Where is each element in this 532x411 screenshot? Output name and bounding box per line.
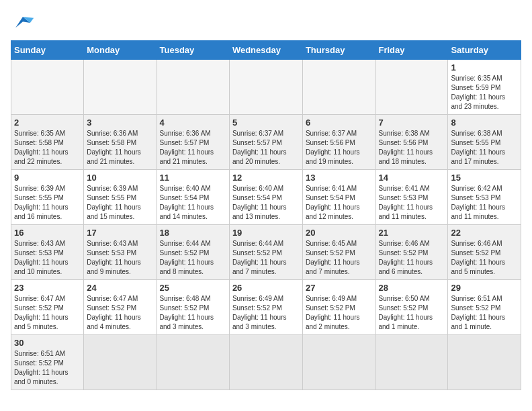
day-number: 3 xyxy=(87,118,153,128)
calendar-day-cell: 8Sunrise: 6:38 AM Sunset: 5:55 PM Daylig… xyxy=(448,115,521,170)
day-number: 29 xyxy=(451,283,518,293)
calendar-day-cell: 29Sunrise: 6:51 AM Sunset: 5:52 PM Dayli… xyxy=(448,280,521,335)
day-info: Sunrise: 6:46 AM Sunset: 5:52 PM Dayligh… xyxy=(379,239,445,277)
calendar-header-row: SundayMondayTuesdayWednesdayThursdayFrid… xyxy=(11,41,521,60)
weekday-header-thursday: Thursday xyxy=(302,41,375,60)
calendar-day-cell xyxy=(229,335,302,390)
calendar-day-cell: 16Sunrise: 6:43 AM Sunset: 5:53 PM Dayli… xyxy=(11,225,84,280)
day-number: 18 xyxy=(160,228,226,238)
day-number: 4 xyxy=(160,118,226,128)
day-info: Sunrise: 6:47 AM Sunset: 5:52 PM Dayligh… xyxy=(87,294,153,332)
calendar-week-row: 23Sunrise: 6:47 AM Sunset: 5:52 PM Dayli… xyxy=(11,280,521,335)
day-number: 7 xyxy=(379,118,445,128)
calendar-day-cell xyxy=(157,335,229,390)
calendar-day-cell: 2Sunrise: 6:35 AM Sunset: 5:58 PM Daylig… xyxy=(11,115,84,170)
calendar-day-cell: 5Sunrise: 6:37 AM Sunset: 5:57 PM Daylig… xyxy=(229,115,302,170)
day-number: 9 xyxy=(14,173,81,183)
day-number: 1 xyxy=(451,62,518,73)
calendar-day-cell: 30Sunrise: 6:51 AM Sunset: 5:52 PM Dayli… xyxy=(11,335,84,390)
calendar-day-cell xyxy=(302,335,375,390)
day-number: 30 xyxy=(14,338,81,348)
logo xyxy=(11,11,38,35)
calendar-day-cell: 4Sunrise: 6:36 AM Sunset: 5:57 PM Daylig… xyxy=(157,115,229,170)
day-info: Sunrise: 6:47 AM Sunset: 5:52 PM Dayligh… xyxy=(14,294,81,332)
weekday-header-friday: Friday xyxy=(375,41,448,60)
calendar-week-row: 16Sunrise: 6:43 AM Sunset: 5:53 PM Dayli… xyxy=(11,225,521,280)
calendar-day-cell xyxy=(375,60,448,115)
day-number: 13 xyxy=(306,173,373,183)
calendar-day-cell: 7Sunrise: 6:38 AM Sunset: 5:56 PM Daylig… xyxy=(375,115,448,170)
day-info: Sunrise: 6:41 AM Sunset: 5:54 PM Dayligh… xyxy=(306,184,373,222)
weekday-header-sunday: Sunday xyxy=(11,41,84,60)
calendar-day-cell: 18Sunrise: 6:44 AM Sunset: 5:52 PM Dayli… xyxy=(157,225,229,280)
day-info: Sunrise: 6:51 AM Sunset: 5:52 PM Dayligh… xyxy=(14,349,81,387)
calendar-day-cell: 28Sunrise: 6:50 AM Sunset: 5:52 PM Dayli… xyxy=(375,280,448,335)
calendar-day-cell: 13Sunrise: 6:41 AM Sunset: 5:54 PM Dayli… xyxy=(302,170,375,225)
calendar-day-cell: 14Sunrise: 6:41 AM Sunset: 5:53 PM Dayli… xyxy=(375,170,448,225)
day-info: Sunrise: 6:42 AM Sunset: 5:53 PM Dayligh… xyxy=(451,184,518,222)
day-number: 19 xyxy=(232,228,300,238)
day-number: 20 xyxy=(306,228,373,238)
day-info: Sunrise: 6:49 AM Sunset: 5:52 PM Dayligh… xyxy=(232,294,300,332)
calendar-day-cell: 20Sunrise: 6:45 AM Sunset: 5:52 PM Dayli… xyxy=(302,225,375,280)
calendar-day-cell: 11Sunrise: 6:40 AM Sunset: 5:54 PM Dayli… xyxy=(157,170,229,225)
day-number: 22 xyxy=(451,228,518,238)
day-info: Sunrise: 6:40 AM Sunset: 5:54 PM Dayligh… xyxy=(232,184,300,222)
calendar-day-cell: 10Sunrise: 6:39 AM Sunset: 5:55 PM Dayli… xyxy=(84,170,157,225)
calendar-day-cell xyxy=(84,335,157,390)
calendar-day-cell xyxy=(375,335,448,390)
day-info: Sunrise: 6:38 AM Sunset: 5:55 PM Dayligh… xyxy=(451,129,518,167)
day-info: Sunrise: 6:36 AM Sunset: 5:58 PM Dayligh… xyxy=(87,129,153,167)
calendar-day-cell: 6Sunrise: 6:37 AM Sunset: 5:56 PM Daylig… xyxy=(302,115,375,170)
calendar-week-row: 9Sunrise: 6:39 AM Sunset: 5:55 PM Daylig… xyxy=(11,170,521,225)
day-info: Sunrise: 6:41 AM Sunset: 5:53 PM Dayligh… xyxy=(379,184,445,222)
calendar-day-cell xyxy=(229,60,302,115)
calendar-day-cell xyxy=(302,60,375,115)
calendar-week-row: 2Sunrise: 6:35 AM Sunset: 5:58 PM Daylig… xyxy=(11,115,521,170)
day-info: Sunrise: 6:37 AM Sunset: 5:57 PM Dayligh… xyxy=(232,129,300,167)
day-number: 6 xyxy=(306,118,373,128)
calendar-day-cell xyxy=(84,60,157,115)
calendar-day-cell xyxy=(11,60,84,115)
day-info: Sunrise: 6:46 AM Sunset: 5:52 PM Dayligh… xyxy=(451,239,518,277)
calendar-week-row: 30Sunrise: 6:51 AM Sunset: 5:52 PM Dayli… xyxy=(11,335,521,390)
calendar-day-cell xyxy=(448,335,521,390)
day-number: 25 xyxy=(160,283,226,293)
calendar-day-cell: 23Sunrise: 6:47 AM Sunset: 5:52 PM Dayli… xyxy=(11,280,84,335)
calendar-day-cell: 17Sunrise: 6:43 AM Sunset: 5:53 PM Dayli… xyxy=(84,225,157,280)
day-info: Sunrise: 6:44 AM Sunset: 5:52 PM Dayligh… xyxy=(232,239,300,277)
calendar-day-cell: 27Sunrise: 6:49 AM Sunset: 5:52 PM Dayli… xyxy=(302,280,375,335)
weekday-header-monday: Monday xyxy=(84,41,157,60)
day-number: 16 xyxy=(14,228,81,238)
day-info: Sunrise: 6:39 AM Sunset: 5:55 PM Dayligh… xyxy=(87,184,153,222)
day-info: Sunrise: 6:43 AM Sunset: 5:53 PM Dayligh… xyxy=(14,239,81,277)
calendar-day-cell: 12Sunrise: 6:40 AM Sunset: 5:54 PM Dayli… xyxy=(229,170,302,225)
calendar-table: SundayMondayTuesdayWednesdayThursdayFrid… xyxy=(11,40,521,390)
calendar-week-row: 1Sunrise: 6:35 AM Sunset: 5:59 PM Daylig… xyxy=(11,60,521,115)
day-number: 12 xyxy=(232,173,300,183)
day-number: 27 xyxy=(306,283,373,293)
day-number: 21 xyxy=(379,228,445,238)
calendar-day-cell xyxy=(157,60,229,115)
day-info: Sunrise: 6:50 AM Sunset: 5:52 PM Dayligh… xyxy=(379,294,445,332)
weekday-header-saturday: Saturday xyxy=(448,41,521,60)
day-number: 5 xyxy=(232,118,300,128)
day-info: Sunrise: 6:40 AM Sunset: 5:54 PM Dayligh… xyxy=(160,184,226,222)
day-number: 11 xyxy=(160,173,226,183)
weekday-header-tuesday: Tuesday xyxy=(157,41,229,60)
day-info: Sunrise: 6:38 AM Sunset: 5:56 PM Dayligh… xyxy=(379,129,445,167)
day-info: Sunrise: 6:49 AM Sunset: 5:52 PM Dayligh… xyxy=(306,294,373,332)
calendar-day-cell: 21Sunrise: 6:46 AM Sunset: 5:52 PM Dayli… xyxy=(375,225,448,280)
calendar-day-cell: 19Sunrise: 6:44 AM Sunset: 5:52 PM Dayli… xyxy=(229,225,302,280)
page-header xyxy=(11,11,521,35)
day-info: Sunrise: 6:51 AM Sunset: 5:52 PM Dayligh… xyxy=(451,294,518,332)
day-number: 15 xyxy=(451,173,518,183)
day-info: Sunrise: 6:45 AM Sunset: 5:52 PM Dayligh… xyxy=(306,239,373,277)
day-info: Sunrise: 6:43 AM Sunset: 5:53 PM Dayligh… xyxy=(87,239,153,277)
day-number: 10 xyxy=(87,173,153,183)
calendar-day-cell: 1Sunrise: 6:35 AM Sunset: 5:59 PM Daylig… xyxy=(448,60,521,115)
day-number: 23 xyxy=(14,283,81,293)
day-number: 28 xyxy=(379,283,445,293)
calendar-day-cell: 24Sunrise: 6:47 AM Sunset: 5:52 PM Dayli… xyxy=(84,280,157,335)
day-info: Sunrise: 6:39 AM Sunset: 5:55 PM Dayligh… xyxy=(14,184,81,222)
